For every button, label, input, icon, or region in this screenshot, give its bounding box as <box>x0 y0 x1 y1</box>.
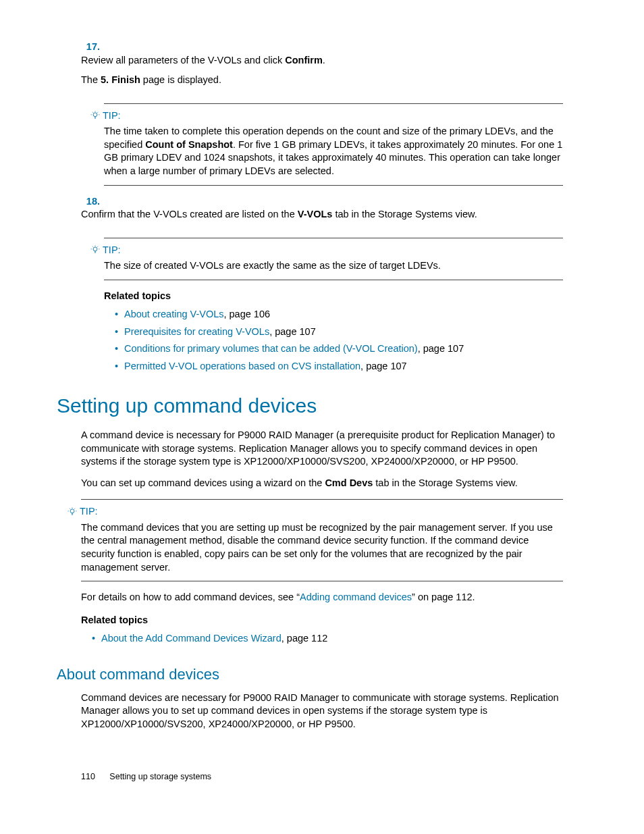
tip-block: TIP: The command devices that you are se… <box>81 499 563 581</box>
tip-body: The time taken to complete this operatio… <box>104 125 563 178</box>
tip-body: The command devices that you are setting… <box>81 521 563 574</box>
paragraph: You can set up command devices using a w… <box>81 477 563 490</box>
tip-block: TIP: The time taken to complete this ope… <box>104 103 563 186</box>
tip-header: TIP: <box>68 505 563 519</box>
lightbulb-icon <box>68 507 77 517</box>
link-about-creating-vvols[interactable]: About creating V-VOLs <box>124 309 224 319</box>
list-item: Conditions for primary volumes that can … <box>115 342 563 356</box>
list-item: About the Add Command Devices Wizard, pa… <box>92 632 563 646</box>
step-17: 17. Review all parameters of the V-VOLs … <box>81 41 563 94</box>
text: , page 107 <box>418 343 464 354</box>
bold: Count of Snapshot <box>145 139 233 150</box>
tip-header: TIP: <box>90 109 563 123</box>
link-permitted-vvol-operations[interactable]: Permitted V-VOL operations based on CVS … <box>124 361 360 371</box>
tip-label: TIP: <box>103 109 121 123</box>
svg-line-4 <box>92 112 93 113</box>
page-number: 110 <box>81 772 95 781</box>
bold: 5. Finish <box>101 74 140 85</box>
bold: Confirm <box>285 55 323 66</box>
svg-point-0 <box>93 113 97 117</box>
related-heading: Related topics <box>81 614 563 627</box>
tip-block: TIP: The size of created V-VOLs are exac… <box>104 238 563 280</box>
svg-line-5 <box>97 112 98 113</box>
step-number: 17. <box>81 41 100 54</box>
lightbulb-icon <box>90 111 100 120</box>
svg-line-20 <box>70 509 70 509</box>
related-list: About creating V-VOLs, page 106 Prerequi… <box>104 308 563 373</box>
text: You can set up command devices using a w… <box>81 477 325 488</box>
text: Confirm that the V-VOLs created are list… <box>81 209 298 219</box>
bold: V-VOLs <box>298 209 333 219</box>
list-item: Prerequisites for creating V-VOLs, page … <box>115 325 563 339</box>
tip-body: The size of created V-VOLs are exactly t… <box>104 259 563 273</box>
text: For details on how to add command device… <box>81 592 300 602</box>
step-number: 18. <box>81 195 100 209</box>
text: . <box>323 55 325 66</box>
tip-header: TIP: <box>90 244 563 257</box>
section-heading: Setting up command devices <box>57 392 563 420</box>
related-list: About the Add Command Devices Wizard, pa… <box>81 632 563 646</box>
link-adding-command-devices[interactable]: Adding command devices <box>300 592 412 602</box>
step-18: 18. Confirm that the V-VOLs created are … <box>81 195 563 228</box>
svg-point-16 <box>70 509 74 513</box>
bold: Cmd Devs <box>325 477 373 488</box>
paragraph: A command device is necessary for P9000 … <box>81 429 563 469</box>
svg-point-8 <box>93 247 97 251</box>
text: ” on page 112. <box>412 592 475 602</box>
text: tab in the Storage Systems view. <box>373 477 517 488</box>
related-heading: Related topics <box>104 290 563 303</box>
svg-line-13 <box>97 246 98 247</box>
svg-line-21 <box>74 509 75 509</box>
lightbulb-icon <box>90 245 100 255</box>
text: page is displayed. <box>140 74 221 85</box>
list-item: Permitted V-VOL operations based on CVS … <box>115 360 563 373</box>
link-conditions-primary-volumes[interactable]: Conditions for primary volumes that can … <box>124 343 418 354</box>
paragraph: For details on how to add command device… <box>81 591 563 604</box>
text: tab in the Storage Systems view. <box>332 209 477 219</box>
link-prerequisites-vvols[interactable]: Prerequisites for creating V-VOLs <box>124 326 269 337</box>
text: , page 107 <box>269 326 316 337</box>
text: The <box>81 74 101 85</box>
link-about-add-command-devices-wizard[interactable]: About the Add Command Devices Wizard <box>101 633 281 644</box>
tip-label: TIP: <box>80 505 98 519</box>
footer-title: Setting up storage systems <box>109 772 211 781</box>
text: , page 112 <box>281 633 328 644</box>
svg-line-12 <box>92 246 93 247</box>
text: , page 106 <box>224 309 271 319</box>
step-body: Review all parameters of the V-VOLs and … <box>81 54 540 94</box>
page-footer: 110 Setting up storage systems <box>81 771 563 783</box>
paragraph: Command devices are necessary for P9000 … <box>81 692 563 731</box>
text: Review all parameters of the V-VOLs and … <box>81 55 285 66</box>
subsection-heading: About command devices <box>57 664 563 685</box>
tip-label: TIP: <box>103 244 121 257</box>
step-body: Confirm that the V-VOLs created are list… <box>81 208 540 228</box>
text: , page 107 <box>360 361 407 371</box>
list-item: About creating V-VOLs, page 106 <box>115 308 563 321</box>
